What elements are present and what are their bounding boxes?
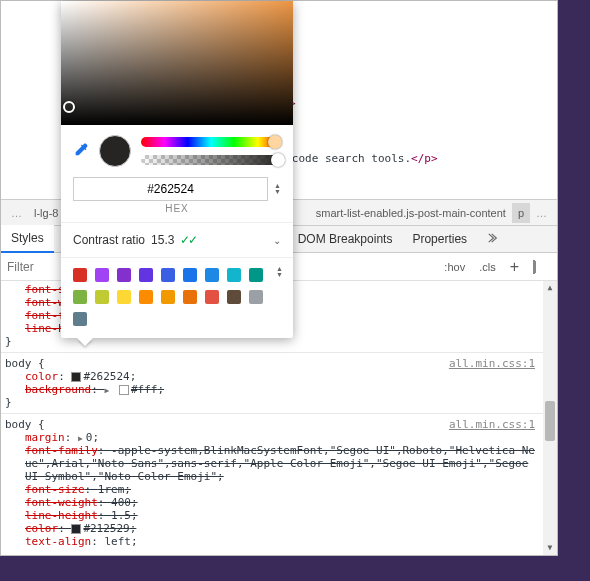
- popover-arrow: [77, 338, 93, 346]
- palette-swatch[interactable]: [139, 290, 153, 304]
- palette-swatch[interactable]: [161, 268, 175, 282]
- css-property[interactable]: line-height: [25, 509, 98, 522]
- css-value[interactable]: #262524: [83, 370, 129, 383]
- css-property[interactable]: margin: [25, 431, 65, 444]
- css-value[interactable]: #fff: [131, 383, 158, 396]
- crumb-overflow-right[interactable]: …: [530, 203, 553, 223]
- cls-toggle[interactable]: .cls: [475, 259, 500, 275]
- scrollbar[interactable]: ▲ ▼: [543, 281, 557, 555]
- palette-swatch[interactable]: [95, 268, 109, 282]
- css-selector[interactable]: body {: [5, 418, 45, 431]
- crumb-overflow-left[interactable]: …: [5, 203, 28, 223]
- css-property[interactable]: font-size: [25, 483, 85, 496]
- css-value[interactable]: left: [104, 535, 131, 548]
- current-color-swatch: [99, 135, 131, 167]
- color-palette: ▲▼: [61, 257, 293, 338]
- css-property[interactable]: font-s: [25, 283, 65, 296]
- palette-swatch[interactable]: [183, 290, 197, 304]
- palette-swatch[interactable]: [227, 268, 241, 282]
- tabs-overflow-icon[interactable]: [477, 225, 511, 254]
- css-property[interactable]: color: [25, 522, 58, 535]
- contrast-row[interactable]: Contrast ratio 15.3 ✓✓ ⌄: [61, 222, 293, 257]
- hov-toggle[interactable]: :hov: [440, 259, 469, 275]
- css-property[interactable]: font-family: [25, 444, 98, 457]
- hue-thumb[interactable]: [268, 135, 282, 149]
- palette-swatch[interactable]: [117, 268, 131, 282]
- color-swatch[interactable]: [71, 372, 81, 382]
- color-picker-popover: ▲▼ HEX Contrast ratio 15.3 ✓✓ ⌄ ▲▼: [61, 1, 293, 338]
- sidebar-toggle-icon[interactable]: [529, 259, 539, 275]
- palette-swatch[interactable]: [249, 268, 263, 282]
- eyedropper-icon[interactable]: [73, 142, 89, 161]
- brace-close: }: [5, 396, 553, 409]
- devtools-panel: <P></P> == $0 > Lorem ipsum dolor sit am…: [0, 0, 558, 556]
- contrast-value: 15.3: [151, 233, 174, 247]
- contrast-label: Contrast ratio: [73, 233, 145, 247]
- crumb-item-selected[interactable]: p: [512, 203, 530, 223]
- css-property[interactable]: font-weight: [25, 496, 98, 509]
- rule-origin-link[interactable]: all.min.css:1: [449, 357, 553, 370]
- scroll-up-arrow[interactable]: ▲: [543, 281, 557, 295]
- rule-origin-link[interactable]: all.min.css:1: [449, 418, 553, 431]
- css-property[interactable]: font-f: [25, 309, 65, 322]
- palette-swatch[interactable]: [227, 290, 241, 304]
- palette-swatch[interactable]: [205, 268, 219, 282]
- tab-properties[interactable]: Properties: [402, 226, 477, 252]
- css-value[interactable]: #212529: [83, 522, 129, 535]
- chevron-down-icon[interactable]: ⌄: [273, 235, 281, 246]
- alpha-slider[interactable]: [141, 155, 281, 165]
- format-switcher[interactable]: ▲▼: [274, 183, 281, 195]
- palette-swatch[interactable]: [73, 312, 87, 326]
- crumb-item[interactable]: l-lg-8: [28, 203, 64, 223]
- palette-swatch[interactable]: [161, 290, 175, 304]
- styles-filter-input[interactable]: [1, 256, 59, 278]
- palette-swatch[interactable]: [73, 290, 87, 304]
- palette-swatch[interactable]: [205, 290, 219, 304]
- palette-swatch[interactable]: [117, 290, 131, 304]
- css-property[interactable]: font-w: [25, 296, 65, 309]
- closing-tag: </p>: [411, 152, 438, 165]
- scroll-down-arrow[interactable]: ▼: [543, 541, 557, 555]
- palette-swatch[interactable]: [95, 290, 109, 304]
- format-label: HEX: [61, 201, 293, 222]
- spectrum-cursor[interactable]: [63, 101, 75, 113]
- css-value[interactable]: 400: [111, 496, 131, 509]
- palette-switcher[interactable]: ▲▼: [276, 266, 283, 278]
- hex-input[interactable]: [73, 177, 268, 201]
- css-value[interactable]: 1rem: [98, 483, 125, 496]
- color-swatch[interactable]: [71, 524, 81, 534]
- css-property[interactable]: text-align: [25, 535, 91, 548]
- hue-slider[interactable]: [141, 137, 281, 147]
- palette-swatch[interactable]: [249, 290, 263, 304]
- scroll-thumb[interactable]: [545, 401, 555, 441]
- palette-swatch[interactable]: [183, 268, 197, 282]
- contrast-pass-icon: ✓✓: [180, 233, 196, 247]
- tab-styles[interactable]: Styles: [1, 225, 54, 253]
- color-swatch[interactable]: [119, 385, 129, 395]
- css-property[interactable]: color: [25, 370, 58, 383]
- css-value[interactable]: 1.5: [111, 509, 131, 522]
- css-selector[interactable]: body {: [5, 357, 45, 370]
- palette-swatch[interactable]: [73, 268, 87, 282]
- css-property[interactable]: background: [25, 383, 91, 396]
- new-rule-button[interactable]: +: [506, 260, 523, 274]
- alpha-thumb[interactable]: [271, 153, 285, 167]
- css-property[interactable]: line-h: [25, 322, 65, 335]
- crumb-item[interactable]: smart-list-enabled.js-post-main-content: [310, 203, 512, 223]
- color-spectrum[interactable]: [61, 1, 293, 125]
- palette-swatch[interactable]: [139, 268, 153, 282]
- tab-dom-breakpoints[interactable]: DOM Breakpoints: [288, 226, 403, 252]
